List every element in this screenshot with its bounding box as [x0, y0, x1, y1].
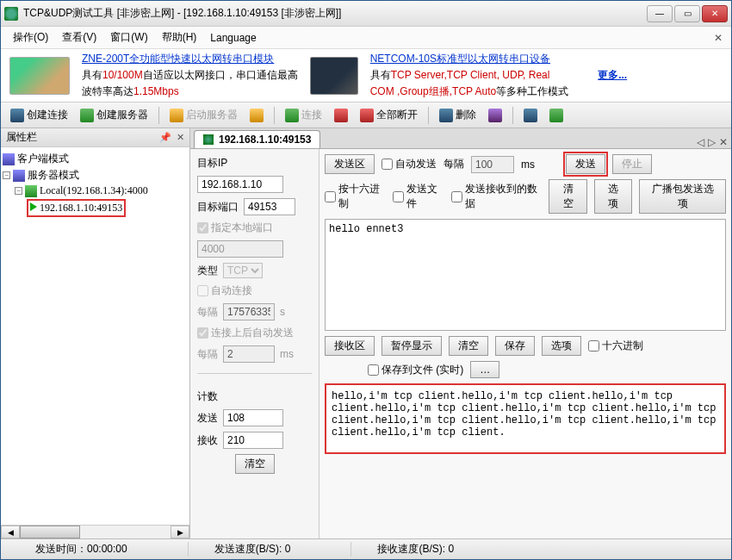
- help-icon: [524, 109, 537, 122]
- chk-send-recv[interactable]: 发送接收到的数据: [451, 182, 542, 211]
- btn-count-clear[interactable]: 清空: [235, 454, 275, 474]
- tb-disconnect-all[interactable]: 全部断开: [356, 106, 422, 124]
- tree: 客户端模式 − 服务器模式 − Local(192.168.1.34):4000…: [1, 147, 189, 525]
- label-ms2: ms: [521, 159, 535, 171]
- maximize-button[interactable]: ▭: [674, 5, 700, 22]
- btn-send-area[interactable]: 发送区: [325, 154, 375, 174]
- tab-close-icon[interactable]: ✕: [719, 136, 728, 148]
- promo2-line2: COM ,Group组播,TCP Auto等多种工作模式: [370, 84, 569, 99]
- promo2-title[interactable]: NETCOM-10S标准型以太网转串口设备: [370, 52, 569, 66]
- minimize-button[interactable]: —: [647, 5, 673, 22]
- btn-recv-pause[interactable]: 暂停显示: [382, 336, 442, 356]
- toolbar: 创建连接 创建服务器 启动服务器 连接 全部断开 删除: [1, 103, 731, 128]
- active-conn-highlight: 192.168.1.10:49153: [27, 199, 126, 217]
- tree-collapse-icon[interactable]: −: [3, 171, 10, 179]
- label-interval2: 每隔: [197, 347, 218, 362]
- select-type[interactable]: TCP: [223, 263, 263, 278]
- tab-label: 192.168.1.10:49153: [219, 134, 311, 146]
- menu-help[interactable]: 帮助(H): [162, 30, 197, 45]
- promo1-text: ZNE-200T全功能型快速以太网转串口模块 具有10/100M自适应以太网接口…: [82, 52, 298, 99]
- input-send-count[interactable]: [223, 409, 283, 426]
- chk-bind-local[interactable]: 指定本地端口: [197, 221, 312, 235]
- promo-more[interactable]: 更多...: [598, 68, 627, 83]
- tb-icon2[interactable]: [330, 107, 352, 124]
- tab-prev-icon[interactable]: ◁: [697, 136, 704, 148]
- btn-send[interactable]: 发送: [566, 154, 605, 174]
- tb-connect[interactable]: 连接: [281, 106, 326, 124]
- tab-next-icon[interactable]: ▷: [708, 136, 716, 148]
- gear-icon: [250, 109, 264, 122]
- titlebar: TCP&UDP测试工具 [非涉密上网] - [192.168.1.10:4915…: [1, 1, 731, 27]
- input-send-interval[interactable]: [471, 156, 514, 173]
- content: 目标IP 目标端口 指定本地端口 类型 TCP 自动连接 每隔: [190, 149, 731, 538]
- statusbar: 发送时间：00:00:00 发送速度(B/S): 0 接收速度(B/S): 0: [1, 538, 731, 559]
- status-send-time: 发送时间：00:00:00: [9, 542, 153, 557]
- tree-client-mode[interactable]: 客户端模式: [3, 151, 188, 167]
- close-button[interactable]: ✕: [702, 5, 728, 22]
- tab-icon: [203, 134, 214, 145]
- recv-row2: 保存到文件 (实时) …: [325, 361, 726, 378]
- send-textarea[interactable]: [325, 219, 726, 331]
- inner-close-icon[interactable]: ✕: [714, 32, 723, 44]
- tree-label: 192.168.1.10:49153: [40, 202, 122, 214]
- btn-recv-area[interactable]: 接收区: [325, 336, 375, 356]
- tab-active[interactable]: 192.168.1.10:49153: [194, 130, 320, 148]
- menu-window[interactable]: 窗口(W): [110, 30, 147, 45]
- tb-delete[interactable]: 删除: [435, 106, 481, 124]
- tree-active-conn[interactable]: 192.168.1.10:49153: [3, 198, 188, 218]
- btn-send-clear[interactable]: 清空: [549, 179, 587, 214]
- chk-auto-conn[interactable]: 自动连接: [197, 283, 312, 298]
- tb-sep4: [512, 107, 513, 124]
- input-autosend-interval: [223, 345, 275, 363]
- pane-close-icon[interactable]: ✕: [177, 132, 184, 143]
- create-server-icon: [80, 109, 94, 122]
- app-icon: [4, 7, 18, 21]
- tree-collapse-icon[interactable]: −: [15, 187, 22, 195]
- tb-icon1[interactable]: [245, 107, 268, 124]
- property-column: 目标IP 目标端口 指定本地端口 类型 TCP 自动连接 每隔: [190, 149, 319, 538]
- tb-start-server[interactable]: 启动服务器: [165, 106, 242, 124]
- btn-recv-options[interactable]: 选项: [542, 336, 581, 356]
- label-send-count: 发送: [197, 411, 218, 426]
- tb-sep2: [274, 107, 275, 124]
- menu-view[interactable]: 查看(V): [62, 30, 96, 45]
- recv-textbox[interactable]: hello,i'm tcp client.hello,i'm tcp clien…: [325, 383, 726, 454]
- scroll-left-icon[interactable]: ◀: [1, 526, 20, 538]
- chk-hex-send[interactable]: 按十六进制: [325, 182, 386, 211]
- btn-stop[interactable]: 停止: [612, 154, 652, 174]
- window-buttons: — ▭ ✕: [647, 5, 728, 22]
- tb-icon5[interactable]: [545, 107, 568, 124]
- btn-recv-clear[interactable]: 清空: [449, 336, 488, 356]
- btn-savefile-dots[interactable]: …: [470, 361, 499, 378]
- tree-hscroll[interactable]: ◀ ▶: [1, 525, 189, 538]
- btn-send-options[interactable]: 选项: [594, 179, 633, 214]
- tb-sep3: [428, 107, 429, 124]
- tree-local[interactable]: − Local(192.168.1.34):4000: [3, 184, 188, 198]
- chk-save-file[interactable]: 保存到文件 (实时): [368, 363, 463, 377]
- input-dest-ip[interactable]: [197, 176, 283, 193]
- btn-recv-save[interactable]: 保存: [495, 336, 535, 356]
- scroll-thumb[interactable]: [20, 526, 80, 538]
- create-conn-icon: [10, 109, 24, 122]
- tb-create-conn[interactable]: 创建连接: [6, 106, 72, 124]
- promo1-title[interactable]: ZNE-200T全功能型快速以太网转串口模块: [82, 52, 298, 66]
- btn-broadcast[interactable]: 广播包发送选项: [639, 179, 726, 214]
- chk-recv-hex[interactable]: 十六进制: [588, 339, 643, 353]
- app-window: TCP&UDP测试工具 [非涉密上网] - [192.168.1.10:4915…: [0, 0, 732, 560]
- tb-create-server[interactable]: 创建服务器: [76, 106, 152, 124]
- tb-icon3[interactable]: [484, 107, 506, 124]
- chk-autosend-onconn[interactable]: 连接上后自动发送: [197, 326, 312, 340]
- status-recv-speed: 接收速度(B/S): 0: [350, 542, 480, 557]
- tree-server-mode[interactable]: − 服务器模式: [3, 167, 188, 184]
- input-dest-port[interactable]: [244, 198, 295, 215]
- menu-lang[interactable]: Language: [210, 32, 256, 44]
- info-icon: [549, 109, 563, 122]
- input-recv-count[interactable]: [223, 432, 283, 449]
- chk-send-file[interactable]: 发送文件: [393, 182, 444, 211]
- scroll-right-icon[interactable]: ▶: [171, 526, 189, 538]
- chk-auto-send[interactable]: 自动发送: [382, 157, 437, 171]
- menu-ops[interactable]: 操作(O): [13, 30, 48, 45]
- pin-icon[interactable]: 📌: [159, 132, 171, 143]
- start-server-icon: [170, 109, 183, 122]
- tb-icon4[interactable]: [519, 107, 542, 124]
